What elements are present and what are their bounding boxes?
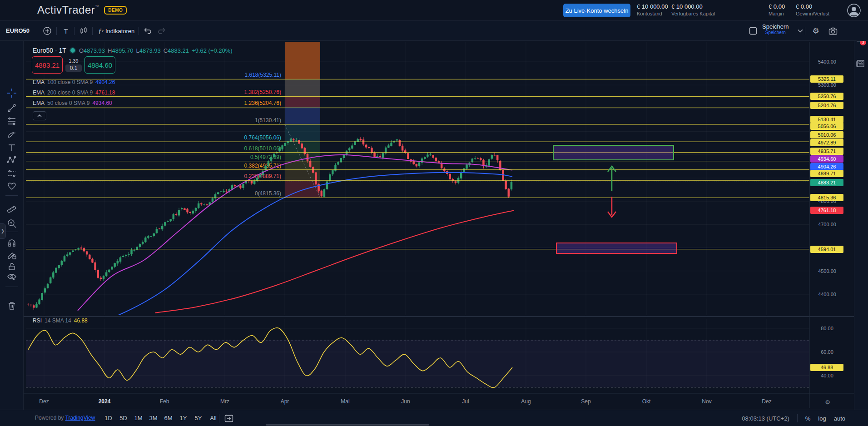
time-axis-label: Sep — [581, 398, 591, 405]
drawing-mode-lock-icon[interactable] — [7, 250, 17, 260]
range-6m[interactable]: 6M — [161, 413, 176, 423]
auto-scale-button[interactable]: auto — [834, 415, 845, 422]
demo-badge: DEMO — [104, 6, 127, 15]
indicators-fx-icon[interactable]: ƒx — [95, 26, 106, 36]
svg-text:5250.76: 5250.76 — [818, 94, 836, 99]
remove-drawings-trash-icon[interactable] — [7, 301, 17, 311]
save-layout-button[interactable]: Speichern Speichern — [762, 23, 789, 35]
price-axis-label: 5400.00 — [818, 59, 836, 64]
range-1y[interactable]: 1Y — [176, 413, 191, 423]
toolbar-divider — [805, 27, 805, 35]
buy-ask-button[interactable]: 4884.60 — [84, 56, 115, 74]
switch-to-live-button[interactable]: Zu Live-Konto wechseln — [563, 4, 630, 17]
text-tool-icon[interactable] — [7, 143, 17, 153]
svg-text:5325.11: 5325.11 — [818, 76, 836, 82]
news-icon[interactable] — [856, 59, 866, 70]
indicators-button[interactable]: Indikatoren — [105, 28, 134, 35]
spread-widget: 1.39 0.1 — [63, 58, 84, 72]
axis-gear-icon: ⚙ — [825, 399, 830, 406]
spread-value: 1.39 — [69, 58, 78, 64]
horizontal-scrollbar-thumb[interactable] — [266, 424, 429, 426]
range-5d[interactable]: 5D — [116, 413, 131, 423]
clock[interactable]: 08:03:13 (UTC+2) — [742, 415, 789, 422]
time-axis-label: 2024 — [99, 398, 111, 405]
time-axis-label: Apr — [281, 398, 289, 405]
powered-by: Powered by TradingView — [35, 415, 95, 421]
indicator-value: 4761.18 — [95, 89, 115, 96]
save-sublabel: Speichern — [762, 30, 789, 35]
undo-icon[interactable] — [142, 26, 153, 36]
quantity-field[interactable]: 0.1 — [65, 64, 82, 72]
range-3m[interactable]: 3M — [146, 413, 161, 423]
measure-ruler-tool-icon[interactable] — [7, 203, 17, 213]
trend-line-tool-icon[interactable] — [7, 103, 17, 113]
time-axis-label: Nov — [702, 398, 711, 405]
sell-bid-button[interactable]: 4883.21 — [32, 56, 63, 74]
legend-collapse-button[interactable] — [33, 111, 46, 120]
bottom-toolbar: Powered by TradingView 1D 5D 1M 3M 6M 1Y… — [0, 410, 868, 426]
chart-style-icon[interactable] — [78, 26, 89, 36]
logo-text: ActivTrader — [37, 4, 95, 16]
bottom-divider — [219, 414, 219, 423]
price-axis-label: 5300.00 — [818, 82, 836, 88]
tradingview-link[interactable]: TradingView — [65, 415, 95, 421]
change-value: +9.62 (+0.20%) — [192, 47, 233, 54]
stat-value: € 0.00 — [769, 3, 785, 10]
range-5y[interactable]: 5Y — [191, 413, 206, 423]
range-1d[interactable]: 1D — [101, 413, 116, 423]
xabcd-pattern-tool-icon[interactable] — [7, 155, 17, 165]
stat-label: Gewinn/Verlust — [796, 11, 829, 16]
stat-value: € 0.00 — [796, 3, 829, 10]
watchlist-expand-handle[interactable]: ❯ — [0, 223, 6, 239]
settings-gear-icon[interactable]: ⚙ — [810, 26, 821, 36]
svg-text:4935.71: 4935.71 — [818, 149, 836, 154]
time-axis-label: Dez — [39, 398, 49, 405]
indicator-legend-ema50[interactable]: EMA 50 close 0 SMA 9 4934.60 — [33, 100, 112, 106]
fib-level-label: 0.764(5056.06) — [244, 134, 281, 141]
fib-level-label: 0.618(5010.06) — [244, 145, 281, 152]
indicator-legend-ema200[interactable]: EMA 200 close 0 SMA 9 4761.18 — [33, 89, 115, 96]
hide-drawings-eye-icon[interactable] — [7, 272, 17, 282]
rsi-legend[interactable]: RSI 14 SMA 14 46.88 — [33, 317, 88, 324]
time-axis-label: Aug — [521, 398, 531, 405]
magnet-mode-icon[interactable] — [7, 239, 17, 249]
chart-toolbar: EURO50 T ƒx Indikatoren Speichern Speich… — [0, 21, 868, 41]
time-axis-label: Okt — [642, 398, 651, 405]
indicator-legend-ema100[interactable]: EMA 100 close 0 SMA 9 4904.26 — [33, 79, 115, 85]
add-compare-icon[interactable] — [42, 26, 53, 36]
chart-legend[interactable]: Euro50 · 1T O4873.93 H4895.70 L4873.93 C… — [33, 47, 233, 54]
fib-level-label: 1(5130.41) — [255, 117, 281, 124]
lock-all-drawings-icon[interactable] — [7, 262, 17, 272]
time-axis-label: Jun — [401, 398, 410, 405]
symbol-label[interactable]: EURO50 — [6, 27, 30, 34]
price-chart-canvas[interactable]: 1.618(5325.11)1.382(5250.76)1.236(5204.7… — [0, 0, 868, 426]
redo-icon[interactable] — [156, 26, 167, 36]
rsi-axis-label: 60.00 — [821, 349, 833, 355]
fib-zone-fills — [285, 25, 320, 198]
fib-retracement-tool-icon[interactable] — [7, 116, 17, 126]
fib-level-label: 0.5(4972.89) — [250, 154, 281, 160]
emoji-heart-tool-icon[interactable] — [7, 181, 17, 191]
bid-ask-widget: 4883.21 1.39 0.1 4884.60 — [32, 56, 115, 74]
indicator-value: 4934.60 — [92, 100, 112, 106]
multichart-layout-icon[interactable] — [748, 26, 759, 36]
log-scale-button[interactable]: log — [818, 415, 826, 422]
fib-level-label: 1.618(5325.11) — [244, 72, 281, 78]
position-tool-icon[interactable] — [7, 168, 17, 178]
goto-date-icon[interactable] — [224, 414, 233, 424]
chevron-down-icon[interactable] — [795, 26, 806, 36]
user-avatar-icon[interactable] — [847, 3, 861, 18]
rsi-axis-label: 40.00 — [821, 373, 833, 378]
snapshot-camera-icon[interactable] — [828, 26, 838, 36]
legend-symbol-interval[interactable]: Euro50 · 1T — [33, 47, 66, 54]
rail-divider — [5, 232, 18, 232]
rsi-value: 46.88 — [74, 317, 88, 324]
interval-button[interactable]: T — [60, 26, 71, 36]
brush-tool-icon[interactable] — [7, 130, 17, 140]
svg-text:4889.71: 4889.71 — [818, 171, 836, 176]
range-1m[interactable]: 1M — [131, 413, 146, 423]
svg-text:4761.18: 4761.18 — [818, 208, 836, 213]
percent-scale-button[interactable]: % — [805, 415, 811, 422]
crosshair-tool-icon[interactable] — [7, 88, 17, 98]
zoom-in-tool-icon[interactable] — [7, 218, 17, 228]
